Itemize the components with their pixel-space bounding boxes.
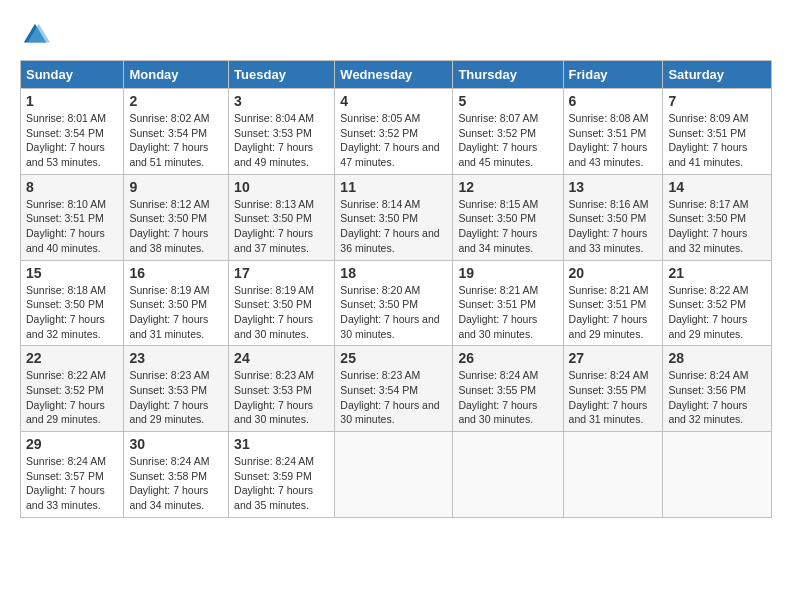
day-info: Sunrise: 8:23 AMSunset: 3:53 PMDaylight:… [129, 369, 209, 425]
calendar-cell: 28 Sunrise: 8:24 AMSunset: 3:56 PMDaylig… [663, 346, 772, 432]
calendar-cell: 7 Sunrise: 8:09 AMSunset: 3:51 PMDayligh… [663, 89, 772, 175]
calendar-cell: 15 Sunrise: 8:18 AMSunset: 3:50 PMDaylig… [21, 260, 124, 346]
day-number: 27 [569, 350, 658, 366]
day-info: Sunrise: 8:05 AMSunset: 3:52 PMDaylight:… [340, 112, 439, 168]
day-number: 13 [569, 179, 658, 195]
day-info: Sunrise: 8:24 AMSunset: 3:56 PMDaylight:… [668, 369, 748, 425]
logo [20, 20, 54, 50]
calendar-cell: 11 Sunrise: 8:14 AMSunset: 3:50 PMDaylig… [335, 174, 453, 260]
day-info: Sunrise: 8:04 AMSunset: 3:53 PMDaylight:… [234, 112, 314, 168]
day-number: 30 [129, 436, 223, 452]
calendar-cell: 5 Sunrise: 8:07 AMSunset: 3:52 PMDayligh… [453, 89, 563, 175]
day-info: Sunrise: 8:24 AMSunset: 3:57 PMDaylight:… [26, 455, 106, 511]
calendar-cell [453, 432, 563, 518]
calendar-cell: 4 Sunrise: 8:05 AMSunset: 3:52 PMDayligh… [335, 89, 453, 175]
day-info: Sunrise: 8:01 AMSunset: 3:54 PMDaylight:… [26, 112, 106, 168]
day-number: 1 [26, 93, 118, 109]
day-info: Sunrise: 8:16 AMSunset: 3:50 PMDaylight:… [569, 198, 649, 254]
day-number: 19 [458, 265, 557, 281]
calendar-table: SundayMondayTuesdayWednesdayThursdayFrid… [20, 60, 772, 518]
calendar-cell: 26 Sunrise: 8:24 AMSunset: 3:55 PMDaylig… [453, 346, 563, 432]
header-tuesday: Tuesday [229, 61, 335, 89]
day-number: 3 [234, 93, 329, 109]
day-number: 12 [458, 179, 557, 195]
day-number: 20 [569, 265, 658, 281]
day-info: Sunrise: 8:18 AMSunset: 3:50 PMDaylight:… [26, 284, 106, 340]
day-number: 16 [129, 265, 223, 281]
day-info: Sunrise: 8:24 AMSunset: 3:55 PMDaylight:… [569, 369, 649, 425]
calendar-cell [335, 432, 453, 518]
calendar-week-5: 29 Sunrise: 8:24 AMSunset: 3:57 PMDaylig… [21, 432, 772, 518]
calendar-cell: 22 Sunrise: 8:22 AMSunset: 3:52 PMDaylig… [21, 346, 124, 432]
day-info: Sunrise: 8:22 AMSunset: 3:52 PMDaylight:… [668, 284, 748, 340]
day-info: Sunrise: 8:21 AMSunset: 3:51 PMDaylight:… [569, 284, 649, 340]
calendar-cell: 21 Sunrise: 8:22 AMSunset: 3:52 PMDaylig… [663, 260, 772, 346]
header-sunday: Sunday [21, 61, 124, 89]
day-info: Sunrise: 8:23 AMSunset: 3:53 PMDaylight:… [234, 369, 314, 425]
calendar-week-1: 1 Sunrise: 8:01 AMSunset: 3:54 PMDayligh… [21, 89, 772, 175]
header-monday: Monday [124, 61, 229, 89]
day-info: Sunrise: 8:23 AMSunset: 3:54 PMDaylight:… [340, 369, 439, 425]
day-info: Sunrise: 8:08 AMSunset: 3:51 PMDaylight:… [569, 112, 649, 168]
calendar-cell: 10 Sunrise: 8:13 AMSunset: 3:50 PMDaylig… [229, 174, 335, 260]
day-info: Sunrise: 8:15 AMSunset: 3:50 PMDaylight:… [458, 198, 538, 254]
calendar-cell: 2 Sunrise: 8:02 AMSunset: 3:54 PMDayligh… [124, 89, 229, 175]
calendar-cell: 8 Sunrise: 8:10 AMSunset: 3:51 PMDayligh… [21, 174, 124, 260]
day-info: Sunrise: 8:17 AMSunset: 3:50 PMDaylight:… [668, 198, 748, 254]
calendar-cell: 29 Sunrise: 8:24 AMSunset: 3:57 PMDaylig… [21, 432, 124, 518]
calendar-cell: 1 Sunrise: 8:01 AMSunset: 3:54 PMDayligh… [21, 89, 124, 175]
day-number: 15 [26, 265, 118, 281]
day-info: Sunrise: 8:22 AMSunset: 3:52 PMDaylight:… [26, 369, 106, 425]
page-header [20, 20, 772, 50]
header-thursday: Thursday [453, 61, 563, 89]
day-info: Sunrise: 8:19 AMSunset: 3:50 PMDaylight:… [234, 284, 314, 340]
day-info: Sunrise: 8:19 AMSunset: 3:50 PMDaylight:… [129, 284, 209, 340]
day-number: 8 [26, 179, 118, 195]
day-number: 26 [458, 350, 557, 366]
day-info: Sunrise: 8:09 AMSunset: 3:51 PMDaylight:… [668, 112, 748, 168]
calendar-cell [563, 432, 663, 518]
logo-icon [20, 20, 50, 50]
day-number: 2 [129, 93, 223, 109]
calendar-cell: 18 Sunrise: 8:20 AMSunset: 3:50 PMDaylig… [335, 260, 453, 346]
day-info: Sunrise: 8:20 AMSunset: 3:50 PMDaylight:… [340, 284, 439, 340]
day-info: Sunrise: 8:24 AMSunset: 3:58 PMDaylight:… [129, 455, 209, 511]
day-number: 25 [340, 350, 447, 366]
day-number: 23 [129, 350, 223, 366]
day-number: 17 [234, 265, 329, 281]
day-number: 29 [26, 436, 118, 452]
day-info: Sunrise: 8:24 AMSunset: 3:59 PMDaylight:… [234, 455, 314, 511]
day-number: 14 [668, 179, 766, 195]
day-number: 31 [234, 436, 329, 452]
day-number: 18 [340, 265, 447, 281]
calendar-cell [663, 432, 772, 518]
day-number: 11 [340, 179, 447, 195]
day-info: Sunrise: 8:02 AMSunset: 3:54 PMDaylight:… [129, 112, 209, 168]
day-number: 28 [668, 350, 766, 366]
day-number: 4 [340, 93, 447, 109]
header-friday: Friday [563, 61, 663, 89]
calendar-cell: 6 Sunrise: 8:08 AMSunset: 3:51 PMDayligh… [563, 89, 663, 175]
calendar-cell: 14 Sunrise: 8:17 AMSunset: 3:50 PMDaylig… [663, 174, 772, 260]
header-wednesday: Wednesday [335, 61, 453, 89]
day-info: Sunrise: 8:14 AMSunset: 3:50 PMDaylight:… [340, 198, 439, 254]
calendar-cell: 30 Sunrise: 8:24 AMSunset: 3:58 PMDaylig… [124, 432, 229, 518]
calendar-cell: 16 Sunrise: 8:19 AMSunset: 3:50 PMDaylig… [124, 260, 229, 346]
calendar-week-2: 8 Sunrise: 8:10 AMSunset: 3:51 PMDayligh… [21, 174, 772, 260]
calendar-cell: 25 Sunrise: 8:23 AMSunset: 3:54 PMDaylig… [335, 346, 453, 432]
day-number: 6 [569, 93, 658, 109]
calendar-cell: 9 Sunrise: 8:12 AMSunset: 3:50 PMDayligh… [124, 174, 229, 260]
calendar-cell: 27 Sunrise: 8:24 AMSunset: 3:55 PMDaylig… [563, 346, 663, 432]
day-info: Sunrise: 8:07 AMSunset: 3:52 PMDaylight:… [458, 112, 538, 168]
day-number: 10 [234, 179, 329, 195]
header-saturday: Saturday [663, 61, 772, 89]
calendar-cell: 24 Sunrise: 8:23 AMSunset: 3:53 PMDaylig… [229, 346, 335, 432]
day-number: 9 [129, 179, 223, 195]
day-info: Sunrise: 8:12 AMSunset: 3:50 PMDaylight:… [129, 198, 209, 254]
calendar-week-3: 15 Sunrise: 8:18 AMSunset: 3:50 PMDaylig… [21, 260, 772, 346]
calendar-cell: 23 Sunrise: 8:23 AMSunset: 3:53 PMDaylig… [124, 346, 229, 432]
calendar-week-4: 22 Sunrise: 8:22 AMSunset: 3:52 PMDaylig… [21, 346, 772, 432]
day-number: 5 [458, 93, 557, 109]
day-number: 22 [26, 350, 118, 366]
day-number: 24 [234, 350, 329, 366]
